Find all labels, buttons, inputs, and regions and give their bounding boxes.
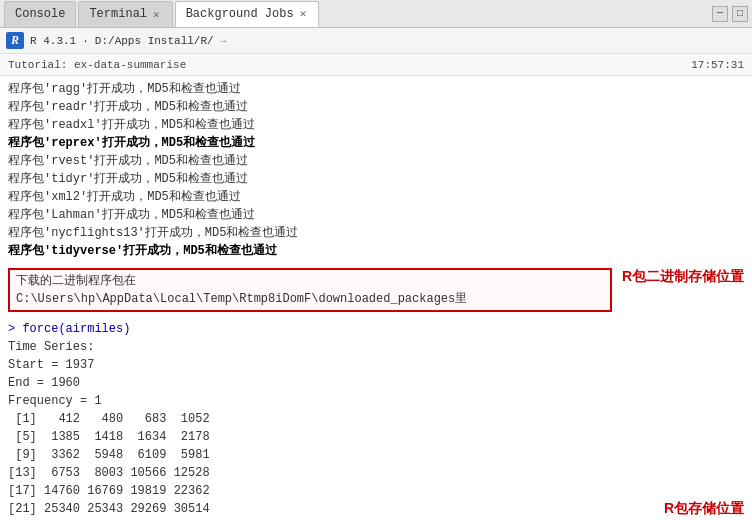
tutorial-timestamp: 17:57:31 [691,59,744,71]
restore-button[interactable]: □ [732,6,748,22]
tutorial-bar: Tutorial: ex-data-summarise 17:57:31 [0,54,752,76]
r-icon: R [6,32,24,49]
force-time-series: Time Series: [8,338,744,356]
pkg-readxl-line: 程序包'readxl'打开成功，MD5和检查也通过 [8,116,744,134]
tutorial-label: Tutorial: ex-data-summarise [8,59,186,71]
tab-terminal[interactable]: Terminal ✕ [78,1,172,27]
pkg-ragg-line: 程序包'ragg'打开成功，MD5和检查也通过 [8,80,744,98]
tab-console[interactable]: Console [4,1,76,27]
pkg-xml2-line: 程序包'xml2'打开成功，MD5和检查也通过 [8,188,744,206]
pkg-nycflights-line: 程序包'nycflights13'打开成功，MD5和检查也通过 [8,224,744,242]
force-row3: [9] 3362 5948 6109 5981 [8,446,744,464]
minimize-button[interactable]: ─ [712,6,728,22]
download-line2: C:\Users\hp\AppData\Local\Temp\Rtmp8iDom… [16,290,604,308]
toolbar: R R 4.3.1 · D:/Apps Install/R/ → [0,28,752,54]
force-row5: [17] 14760 16769 19819 22362 [8,482,744,500]
tab-background-jobs-close[interactable]: ✕ [298,7,309,20]
pkg-reprex-line: 程序包'reprex'打开成功，MD5和检查也通过 [8,134,744,152]
toolbar-separator: · [82,35,89,47]
force-row4: [13] 6753 8003 10566 12528 [8,464,744,482]
tab-bar: Console Terminal ✕ Background Jobs ✕ ─ □ [0,0,752,28]
annotation-r-pkg-storage: R包存储位置 [664,500,744,518]
pkg-readr-line: 程序包'readr'打开成功，MD5和检查也通过 [8,98,744,116]
pkg-lahman-line: 程序包'Lahman'打开成功，MD5和检查也通过 [8,206,744,224]
download-path-box: 下载的二进制程序包在 C:\Users\hp\AppData\Local\Tem… [8,268,612,312]
force-start: Start = 1937 [8,356,744,374]
window-controls: ─ □ [712,6,748,22]
pkg-tidyr-line: 程序包'tidyr'打开成功，MD5和检查也通过 [8,170,744,188]
tab-terminal-label: Terminal [89,7,147,21]
force-freq: Frequency = 1 [8,392,744,410]
download-line1: 下载的二进制程序包在 [16,272,604,290]
tab-terminal-close[interactable]: ✕ [151,8,162,21]
tab-background-jobs-label: Background Jobs [186,7,294,21]
tab-console-label: Console [15,7,65,21]
force-end: End = 1960 [8,374,744,392]
r-version: R 4.3.1 [30,35,76,47]
toolbar-path: D:/Apps Install/R/ [95,35,214,47]
annotation-binary-storage: R包二进制存储位置 [622,264,744,286]
force-row1: [1] 412 480 683 1052 [8,410,744,428]
pkg-tidyverse-line: 程序包'tidyverse'打开成功，MD5和检查也通过 [8,242,744,260]
tab-background-jobs[interactable]: Background Jobs ✕ [175,1,320,27]
force-row2: [5] 1385 1418 1634 2178 [8,428,744,446]
toolbar-arrow-icon: → [220,35,227,47]
force-row6: [21] 25340 25343 29269 30514 [8,500,654,518]
pkg-rvest-line: 程序包'rvest'打开成功，MD5和检查也通过 [8,152,744,170]
force-prompt: > force(airmiles) [8,320,744,338]
console-area[interactable]: 程序包'ragg'打开成功，MD5和检查也通过 程序包'readr'打开成功，M… [0,76,752,520]
